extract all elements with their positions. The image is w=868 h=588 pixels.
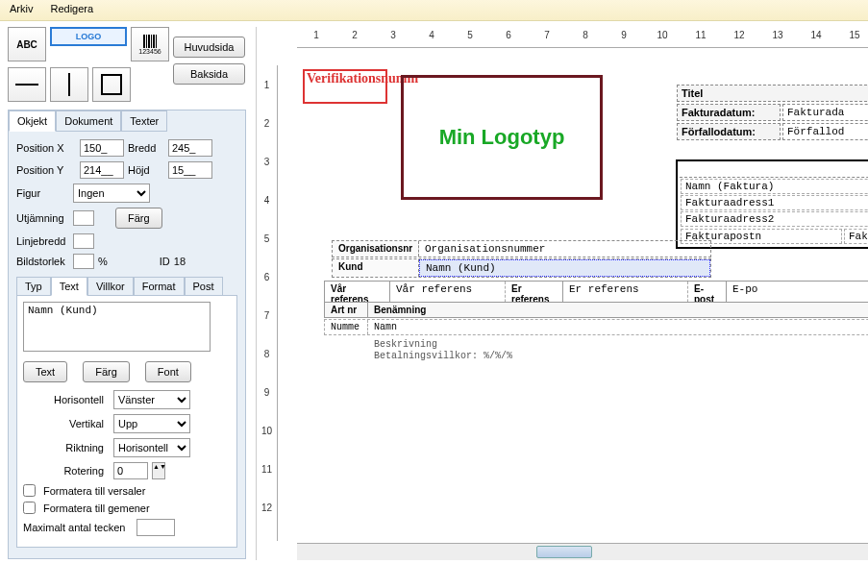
posy-label: Position Y [16,164,76,176]
tab-objekt[interactable]: Okjekt [9,110,56,132]
posy-input[interactable] [80,161,124,179]
farg2-button[interactable]: Färg [83,361,130,382]
font-button[interactable]: Font [145,361,191,382]
versaler-label: Formatera till versaler [43,485,145,497]
ruler-horizontal: 123456789101112131415 [297,27,868,48]
linjebredd-label: Linjebredd [16,235,69,247]
figur-label: Figur [16,187,69,199]
tool-logo[interactable]: LOGO [50,27,127,46]
text-content[interactable]: Namn (Kund) [23,302,211,352]
desc-beskrivning[interactable]: Beskrivning [374,339,512,350]
property-panel: Okjekt Dokument Texter Position X Bredd … [8,110,246,559]
menu-arkiv[interactable]: Arkiv [10,3,33,17]
abc-label: ABC [16,39,37,50]
tab-texter[interactable]: Texter [121,110,167,132]
cust-addr1[interactable]: Fakturaadress1 [681,195,868,210]
tool-abc[interactable]: ABC [8,27,46,61]
barcode-icon: 123456 [138,35,161,55]
maxtecken-label: Maximalt antal tecken [23,522,125,533]
logo-text: Min Logotyp [439,125,565,150]
id-value: 18 [174,256,186,267]
orgnr-label: Organisationsnr [333,241,419,257]
subtab-format[interactable]: Format [134,277,185,296]
fdatum-value[interactable]: Fakturada [782,104,868,121]
figur-select[interactable]: Ingen [73,184,150,203]
titel-label[interactable]: Titel [677,85,868,102]
utjamning-label: Utjämning [16,212,69,224]
ruler-vertical: 123456789101112 [257,65,278,541]
line-v-icon [68,73,70,96]
tab-dokument[interactable]: Dokument [56,110,121,132]
horis-label: Horisontell [23,394,110,405]
fforfallo-label[interactable]: Förfallodatum: [677,123,781,140]
hscrollbar[interactable] [297,543,868,560]
hojd-input[interactable] [168,161,212,179]
cust-namn[interactable]: Namn (Faktura) [681,179,868,194]
cust-header: Kun [680,163,868,178]
cust-addr2[interactable]: Fakturaadress2 [681,211,868,227]
bildstorlek-label: Bildstorlek [16,256,69,267]
th-benamning: Benämning [368,303,868,317]
logo-label: LOGO [76,32,102,41]
farg-button[interactable]: Färg [115,208,162,229]
linjebredd-input[interactable] [73,233,94,249]
bredd-input[interactable] [168,139,212,157]
td-namn[interactable]: Namn [368,320,868,334]
page-canvas[interactable]: Verifikationsnumm Min Logotyp Titel OCR … [297,65,868,541]
fdatum-label[interactable]: Fakturadatum: [677,104,781,121]
bildstorlek-input[interactable] [73,254,94,269]
vert-select[interactable]: Upp [113,414,190,433]
line-h-icon [15,84,38,86]
barcode-label: 123456 [138,48,161,55]
kund-value-selected[interactable]: Namn (Kund) [419,259,710,277]
tool-line-h[interactable] [8,67,46,102]
orgnr-value[interactable]: Organisationsnummer [419,241,710,257]
utjamning-input[interactable] [73,210,94,226]
versaler-checkbox[interactable] [23,484,36,497]
vert-label: Vertikal [23,418,110,429]
rot-input[interactable] [113,462,148,479]
hscroll-thumb[interactable] [536,546,592,558]
rect-icon [101,74,122,95]
subtab-text[interactable]: Text [51,277,87,296]
th-artnr: Art nr [325,303,368,317]
menu-redigera[interactable]: Redigera [50,3,93,17]
gemener-checkbox[interactable] [23,502,36,514]
id-label: ID [160,256,170,267]
hojd-label: Höjd [128,164,164,176]
bredd-label: Bredd [128,142,164,154]
kund-label: Kund [333,259,419,277]
logo-box[interactable]: Min Logotyp [401,75,603,200]
maxtecken-input[interactable] [136,519,175,536]
cust-postort[interactable]: Fakturac [844,229,868,244]
td-numme[interactable]: Numme [325,320,368,334]
subtab-typ[interactable]: Typ [16,277,51,296]
canvas-area: 123456789101112131415 123456789101112 Ve… [256,27,868,560]
tool-barcode[interactable]: 123456 [131,27,169,61]
subtab-villkor[interactable]: Villkor [87,277,134,296]
tool-rect[interactable] [92,67,131,102]
percent-label: % [98,256,108,267]
fforfallo-value[interactable]: Förfallod [782,123,868,140]
text-button[interactable]: Text [23,361,67,382]
customer-box[interactable]: Kun Namn (Faktura) Fakturaadress1 Faktur… [676,159,868,249]
horis-select[interactable]: Vänster [113,390,190,409]
baksida-button[interactable]: Baksida [173,63,245,85]
desc-betalning[interactable]: Betalningsvillkor: %/%/% [374,351,512,361]
huvudsida-button[interactable]: Huvudsida [173,37,245,58]
rot-label: Rotering [23,465,110,477]
posx-label: Position X [16,142,76,154]
verif-field[interactable]: Verifikationsnumm [303,69,387,104]
rikt-select[interactable]: Horisontell [113,438,190,457]
tool-line-v[interactable] [50,67,88,102]
rikt-label: Riktning [23,442,110,453]
posx-input[interactable] [80,139,124,157]
gemener-label: Formatera till gemener [43,502,150,514]
spinner-icon[interactable]: ▲▼ [152,462,165,479]
subtab-post[interactable]: Post [185,277,223,296]
